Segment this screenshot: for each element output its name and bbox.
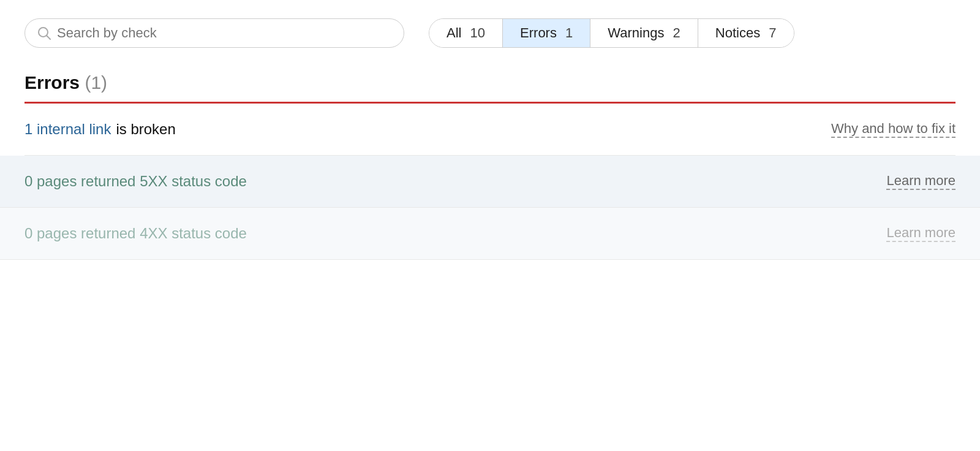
result-row-4xx: 0 pages returned 4XX status code Learn m… [0, 208, 980, 260]
search-input[interactable] [57, 25, 391, 41]
section-title-text: Errors [24, 72, 80, 93]
tab-all[interactable]: All 10 [429, 19, 503, 47]
broken-links-link-text[interactable]: 1 internal link [24, 121, 111, 138]
section-title: Errors (1) [24, 72, 956, 93]
tab-all-count: 10 [470, 25, 485, 40]
result-row-broken-links: 1 internal link is broken Why and how to… [24, 104, 956, 156]
result-text-5xx: 0 pages returned 5XX status code [24, 173, 850, 190]
tab-warnings-label: Warnings [608, 25, 664, 40]
tab-errors-label: Errors [520, 25, 557, 40]
tab-notices[interactable]: Notices 7 [698, 19, 794, 47]
tab-notices-count: 7 [769, 25, 776, 40]
tab-all-label: All [447, 25, 461, 40]
page-container: All 10 Errors 1 Warnings 2 Notices 7 Err… [0, 0, 980, 278]
result-row-5xx: 0 pages returned 5XX status code Learn m… [0, 156, 980, 208]
tab-errors[interactable]: Errors 1 [503, 19, 590, 47]
search-wrapper[interactable] [24, 18, 404, 48]
filter-tabs: All 10 Errors 1 Warnings 2 Notices 7 [429, 18, 794, 48]
section-count: (1) [85, 72, 107, 93]
top-bar: All 10 Errors 1 Warnings 2 Notices 7 [24, 18, 956, 48]
tab-warnings[interactable]: Warnings 2 [590, 19, 698, 47]
svg-point-0 [39, 28, 48, 37]
section-header: Errors (1) [24, 72, 956, 93]
4xx-action[interactable]: Learn more [886, 225, 956, 242]
result-text-4xx: 0 pages returned 4XX status code [24, 225, 850, 242]
5xx-link-text[interactable]: 0 pages returned 5XX status code [24, 173, 247, 190]
tab-notices-label: Notices [715, 25, 760, 40]
broken-links-normal-text: is broken [116, 121, 175, 138]
broken-links-action[interactable]: Why and how to fix it [831, 121, 956, 138]
tab-warnings-count: 2 [673, 25, 680, 40]
4xx-link-text[interactable]: 0 pages returned 4XX status code [24, 225, 247, 242]
5xx-action[interactable]: Learn more [886, 173, 956, 190]
search-icon [37, 26, 51, 40]
tab-errors-count: 1 [565, 25, 573, 40]
svg-line-1 [47, 36, 51, 40]
result-text-broken-links: 1 internal link is broken [24, 121, 794, 138]
